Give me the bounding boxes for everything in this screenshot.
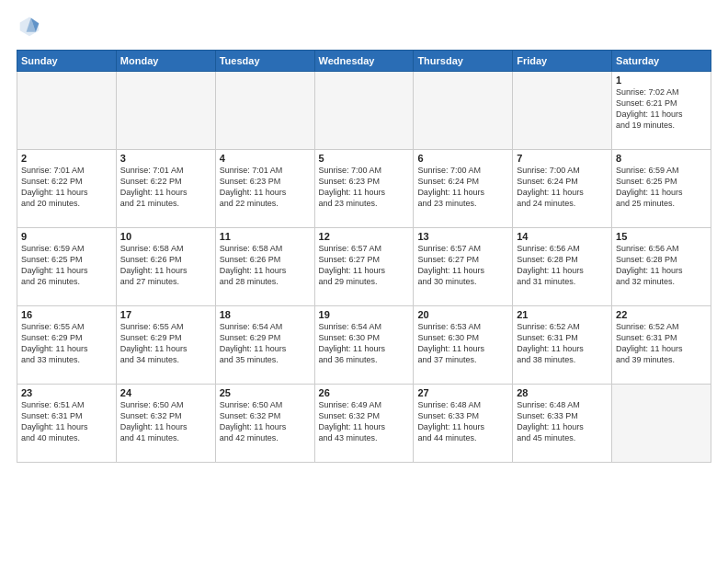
day-info: Sunrise: 6:57 AM Sunset: 6:27 PM Dayligh… [319,243,410,288]
day-number: 19 [319,309,410,320]
day-info: Sunrise: 7:00 AM Sunset: 6:24 PM Dayligh… [417,165,508,210]
calendar-cell: 1Sunrise: 7:02 AM Sunset: 6:21 PM Daylig… [612,72,711,150]
calendar-cell: 12Sunrise: 6:57 AM Sunset: 6:27 PM Dayli… [314,228,414,306]
calendar-cell [215,72,314,150]
day-number: 28 [517,387,608,398]
calendar-cell: 22Sunrise: 6:52 AM Sunset: 6:31 PM Dayli… [612,306,711,385]
day-info: Sunrise: 6:54 AM Sunset: 6:29 PM Dayligh… [220,321,311,366]
weekday-thursday: Thursday [414,51,513,72]
day-number: 8 [616,153,707,164]
page: SundayMondayTuesdayWednesdayThursdayFrid… [0,0,728,563]
day-number: 9 [21,231,112,242]
calendar-cell [314,72,414,150]
day-info: Sunrise: 7:00 AM Sunset: 6:24 PM Dayligh… [517,165,608,210]
weekday-tuesday: Tuesday [215,51,314,72]
calendar-cell [414,72,513,150]
day-number: 6 [417,153,508,164]
day-info: Sunrise: 6:48 AM Sunset: 6:33 PM Dayligh… [417,399,508,444]
day-number: 10 [120,231,211,242]
day-number: 25 [220,387,311,398]
day-number: 13 [417,231,508,242]
calendar-cell: 14Sunrise: 6:56 AM Sunset: 6:28 PM Dayli… [513,228,612,306]
weekday-friday: Friday [513,51,612,72]
day-number: 16 [21,309,112,320]
day-number: 1 [616,75,707,86]
calendar-cell: 17Sunrise: 6:55 AM Sunset: 6:29 PM Dayli… [116,306,215,385]
weekday-header-row: SundayMondayTuesdayWednesdayThursdayFrid… [17,51,711,72]
weekday-saturday: Saturday [612,51,711,72]
day-number: 21 [517,309,608,320]
calendar-cell: 19Sunrise: 6:54 AM Sunset: 6:30 PM Dayli… [314,306,414,385]
calendar-cell: 6Sunrise: 7:00 AM Sunset: 6:24 PM Daylig… [414,150,513,228]
week-row-4: 16Sunrise: 6:55 AM Sunset: 6:29 PM Dayli… [17,306,711,385]
day-number: 11 [220,231,311,242]
day-number: 4 [220,153,311,164]
logo [17,15,40,40]
day-number: 5 [319,153,410,164]
day-info: Sunrise: 6:49 AM Sunset: 6:32 PM Dayligh… [319,399,410,444]
day-info: Sunrise: 6:59 AM Sunset: 6:25 PM Dayligh… [21,243,112,288]
day-number: 7 [517,153,608,164]
day-number: 26 [319,387,410,398]
weekday-monday: Monday [116,51,215,72]
calendar-cell: 4Sunrise: 7:01 AM Sunset: 6:23 PM Daylig… [215,150,314,228]
calendar-cell: 8Sunrise: 6:59 AM Sunset: 6:25 PM Daylig… [612,150,711,228]
day-number: 23 [21,387,112,398]
day-info: Sunrise: 6:50 AM Sunset: 6:32 PM Dayligh… [120,399,211,444]
calendar-cell: 28Sunrise: 6:48 AM Sunset: 6:33 PM Dayli… [513,385,612,463]
day-info: Sunrise: 6:59 AM Sunset: 6:25 PM Dayligh… [616,165,707,210]
calendar-cell: 3Sunrise: 7:01 AM Sunset: 6:22 PM Daylig… [116,150,215,228]
day-number: 3 [120,153,211,164]
day-info: Sunrise: 6:56 AM Sunset: 6:28 PM Dayligh… [517,243,608,288]
day-info: Sunrise: 6:56 AM Sunset: 6:28 PM Dayligh… [616,243,707,288]
day-number: 15 [616,231,707,242]
day-number: 27 [417,387,508,398]
day-info: Sunrise: 7:02 AM Sunset: 6:21 PM Dayligh… [616,86,707,132]
day-info: Sunrise: 6:58 AM Sunset: 6:26 PM Dayligh… [220,243,311,288]
day-number: 24 [120,387,211,398]
calendar-cell [17,72,117,150]
calendar-cell: 27Sunrise: 6:48 AM Sunset: 6:33 PM Dayli… [414,385,513,463]
calendar-cell: 25Sunrise: 6:50 AM Sunset: 6:32 PM Dayli… [215,385,314,463]
calendar-cell: 7Sunrise: 7:00 AM Sunset: 6:24 PM Daylig… [513,150,612,228]
day-number: 20 [417,309,508,320]
calendar-cell [116,72,215,150]
day-info: Sunrise: 6:50 AM Sunset: 6:32 PM Dayligh… [220,399,311,444]
day-info: Sunrise: 6:48 AM Sunset: 6:33 PM Dayligh… [517,399,608,444]
day-number: 2 [21,153,112,164]
calendar-cell: 15Sunrise: 6:56 AM Sunset: 6:28 PM Dayli… [612,228,711,306]
calendar-cell: 2Sunrise: 7:01 AM Sunset: 6:22 PM Daylig… [17,150,117,228]
calendar-cell [612,385,711,463]
calendar-cell: 9Sunrise: 6:59 AM Sunset: 6:25 PM Daylig… [17,228,117,306]
weekday-sunday: Sunday [17,51,117,72]
calendar-cell: 18Sunrise: 6:54 AM Sunset: 6:29 PM Dayli… [215,306,314,385]
week-row-2: 2Sunrise: 7:01 AM Sunset: 6:22 PM Daylig… [17,150,711,228]
day-info: Sunrise: 7:01 AM Sunset: 6:23 PM Dayligh… [220,165,311,210]
calendar-cell: 10Sunrise: 6:58 AM Sunset: 6:26 PM Dayli… [116,228,215,306]
calendar-cell: 20Sunrise: 6:53 AM Sunset: 6:30 PM Dayli… [414,306,513,385]
day-number: 14 [517,231,608,242]
day-info: Sunrise: 6:52 AM Sunset: 6:31 PM Dayligh… [616,321,707,366]
day-info: Sunrise: 6:51 AM Sunset: 6:31 PM Dayligh… [21,399,112,444]
weekday-wednesday: Wednesday [314,51,414,72]
day-info: Sunrise: 6:57 AM Sunset: 6:27 PM Dayligh… [417,243,508,288]
day-number: 22 [616,309,707,320]
calendar-table: SundayMondayTuesdayWednesdayThursdayFrid… [17,50,711,463]
calendar-cell [513,72,612,150]
calendar-cell: 13Sunrise: 6:57 AM Sunset: 6:27 PM Dayli… [414,228,513,306]
day-number: 18 [220,309,311,320]
calendar-cell: 24Sunrise: 6:50 AM Sunset: 6:32 PM Dayli… [116,385,215,463]
day-info: Sunrise: 6:53 AM Sunset: 6:30 PM Dayligh… [417,321,508,366]
day-number: 17 [120,309,211,320]
day-info: Sunrise: 6:52 AM Sunset: 6:31 PM Dayligh… [517,321,608,366]
day-info: Sunrise: 6:54 AM Sunset: 6:30 PM Dayligh… [319,321,410,366]
day-info: Sunrise: 7:00 AM Sunset: 6:23 PM Dayligh… [319,165,410,210]
week-row-3: 9Sunrise: 6:59 AM Sunset: 6:25 PM Daylig… [17,228,711,306]
week-row-5: 23Sunrise: 6:51 AM Sunset: 6:31 PM Dayli… [17,385,711,463]
calendar-cell: 23Sunrise: 6:51 AM Sunset: 6:31 PM Dayli… [17,385,117,463]
calendar-cell: 26Sunrise: 6:49 AM Sunset: 6:32 PM Dayli… [314,385,414,463]
day-info: Sunrise: 6:58 AM Sunset: 6:26 PM Dayligh… [120,243,211,288]
day-info: Sunrise: 6:55 AM Sunset: 6:29 PM Dayligh… [120,321,211,366]
calendar-cell: 5Sunrise: 7:00 AM Sunset: 6:23 PM Daylig… [314,150,414,228]
calendar-cell: 21Sunrise: 6:52 AM Sunset: 6:31 PM Dayli… [513,306,612,385]
